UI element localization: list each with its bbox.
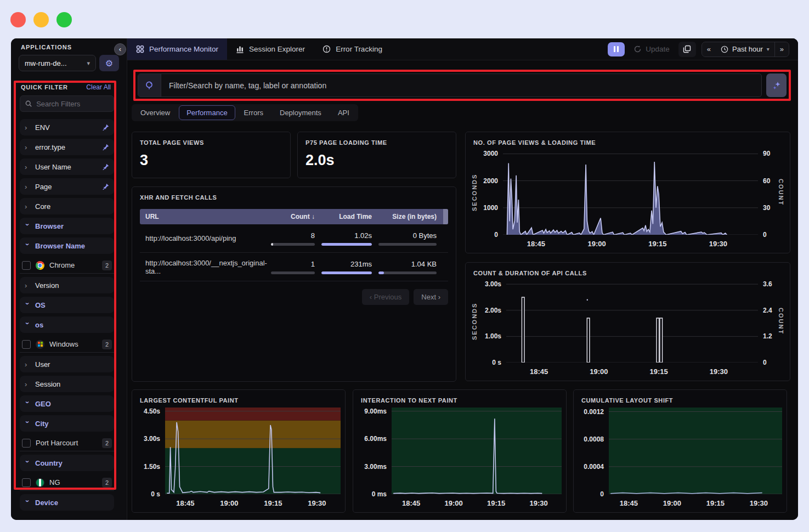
x-axis-ticks: 18:4519:0019:1519:30 bbox=[165, 494, 341, 509]
count-badge: 2 bbox=[102, 261, 112, 270]
filter-section-session[interactable]: ›Session bbox=[20, 376, 114, 392]
pin-icon[interactable] bbox=[102, 163, 109, 171]
cell-value: 0 Bytes bbox=[378, 231, 437, 240]
page-views-loading-time-chart: SECONDS01000200030000306090COUNT18:4519:… bbox=[470, 150, 785, 250]
refresh-icon bbox=[633, 45, 642, 53]
filter-section-browser[interactable]: ›Browser bbox=[20, 218, 114, 234]
subtab-errors[interactable]: Errors bbox=[236, 105, 271, 120]
filter-section-os[interactable]: ›OS bbox=[20, 297, 114, 313]
sidebar: APPLICATIONS ‹ mw-rum-de... ▾ ⚙ QUICK FI… bbox=[11, 38, 127, 520]
copy-icon bbox=[683, 45, 691, 53]
cell-value: 1 bbox=[271, 260, 315, 268]
filter-section-city[interactable]: ›City bbox=[20, 415, 114, 432]
filter-option-port-harcourt[interactable]: Port Harcourt2 bbox=[20, 435, 114, 451]
tab-error-tracking[interactable]: Error Tracking bbox=[314, 38, 391, 60]
y-axis-ticks: 0 s1.50s3.00s4.50s bbox=[137, 408, 165, 494]
applications-label: APPLICATIONS bbox=[21, 44, 72, 50]
y-axis-ticks: 0 s1.00s2.00s3.00s bbox=[479, 280, 506, 363]
filter-label: error.type bbox=[35, 143, 97, 151]
pin-icon[interactable] bbox=[102, 144, 109, 151]
filter-section-device[interactable]: ›Device bbox=[20, 494, 114, 511]
filter-section-user[interactable]: ›User bbox=[20, 356, 114, 372]
column-header-count[interactable]: Count ↓ bbox=[271, 213, 321, 220]
close-window-button[interactable] bbox=[10, 12, 26, 27]
gear-icon: ⚙ bbox=[105, 58, 113, 69]
next-page-button[interactable]: Next › bbox=[414, 289, 448, 305]
clear-all-filters-link[interactable]: Clear All bbox=[86, 83, 111, 91]
count-badge: 2 bbox=[102, 438, 112, 448]
time-shift-back-button[interactable]: « bbox=[702, 42, 716, 56]
subtab-performance[interactable]: Performance bbox=[179, 105, 235, 120]
time-range-selector[interactable]: Past hour ▾ bbox=[716, 42, 774, 56]
previous-page-button[interactable]: ‹ Previous bbox=[362, 289, 410, 305]
cell-value: 1.02s bbox=[321, 231, 372, 240]
time-range-value: Past hour bbox=[732, 45, 763, 53]
application-selector[interactable]: mw-rum-de... ▾ bbox=[19, 55, 96, 71]
filter-label: Session bbox=[35, 380, 109, 388]
chevron-down-icon: › bbox=[24, 223, 32, 229]
column-header-load-time[interactable]: Load Time bbox=[321, 213, 378, 220]
filter-search-box[interactable] bbox=[20, 95, 114, 112]
filter-label: OS bbox=[35, 301, 109, 309]
cell-url: http://localhost:3000/__nextjs_original-… bbox=[140, 259, 271, 275]
tab-performance-monitor[interactable]: Performance Monitor bbox=[127, 38, 227, 60]
y-axis-ticks: 0 ms3.00ms6.00ms9.00ms bbox=[358, 408, 392, 494]
xhr-table-row[interactable]: http://localhost:3000/__nextjs_original-… bbox=[140, 253, 448, 281]
filter-section-geo[interactable]: ›GEO bbox=[20, 395, 114, 412]
subtab-api[interactable]: API bbox=[330, 105, 357, 120]
pause-live-button[interactable] bbox=[608, 42, 625, 56]
filter-section-browser-name[interactable]: ›Browser Name bbox=[20, 237, 114, 254]
checkbox[interactable] bbox=[22, 340, 31, 349]
pin-icon[interactable] bbox=[102, 124, 109, 131]
filter-section-core[interactable]: ›Core bbox=[20, 198, 114, 214]
xhr-table-row[interactable]: http://localhost:3000/api/ping81.02s0 By… bbox=[140, 224, 448, 253]
table-scrollbar[interactable] bbox=[443, 209, 448, 224]
sidebar-collapse-button[interactable]: ‹ bbox=[114, 43, 126, 55]
column-header-size[interactable]: Size (in bytes) bbox=[378, 213, 443, 220]
copy-button[interactable] bbox=[678, 42, 696, 57]
zoom-window-button[interactable] bbox=[56, 12, 72, 27]
filter-label: Device bbox=[35, 499, 109, 507]
chart-card-inp: INTERACTION TO NEXT PAINT 0 ms3.00ms6.00… bbox=[353, 389, 567, 513]
chevron-down-icon: › bbox=[24, 460, 32, 466]
filter-section-page[interactable]: ›Page bbox=[20, 178, 114, 195]
ai-search-button[interactable] bbox=[766, 73, 787, 97]
x-axis-ticks: 18:4519:0019:1519:30 bbox=[392, 494, 562, 509]
checkbox[interactable] bbox=[22, 261, 31, 270]
column-header-url[interactable]: URL bbox=[140, 213, 271, 220]
value-bar bbox=[378, 271, 437, 274]
pin-icon[interactable] bbox=[102, 183, 109, 190]
time-shift-forward-button[interactable]: » bbox=[775, 42, 789, 56]
filter-section-user-name[interactable]: ›User Name bbox=[20, 159, 114, 175]
update-button[interactable]: Update bbox=[630, 43, 673, 55]
filter-section-country[interactable]: ›Country bbox=[20, 455, 114, 471]
checkbox[interactable] bbox=[22, 439, 31, 448]
minimize-window-button[interactable] bbox=[33, 12, 49, 27]
app-settings-button[interactable]: ⚙ bbox=[99, 55, 119, 71]
filter-option-ng[interactable]: NG2 bbox=[20, 474, 114, 491]
chevron-down-icon: › bbox=[24, 421, 32, 426]
filter-search-input[interactable] bbox=[36, 100, 109, 108]
bar-chart-icon bbox=[236, 45, 244, 53]
filter-section-error-type[interactable]: ›error.type bbox=[20, 139, 114, 155]
filter-option-chrome[interactable]: Chrome2 bbox=[20, 257, 114, 274]
chevron-right-icon: › bbox=[25, 281, 30, 290]
chevron-right-icon: › bbox=[25, 123, 30, 132]
subtab-overview[interactable]: Overview bbox=[133, 105, 178, 120]
global-search-input[interactable] bbox=[161, 81, 761, 90]
chevron-right-icon: › bbox=[25, 360, 30, 369]
cls-chart: 00.00040.00080.001218:4519:0019:1519:30 bbox=[578, 408, 782, 509]
checkbox[interactable] bbox=[22, 478, 31, 487]
filter-label: Country bbox=[35, 459, 109, 467]
filter-label: City bbox=[35, 420, 109, 428]
subtab-deployments[interactable]: Deployments bbox=[272, 105, 329, 120]
filter-option-windows[interactable]: Windows2 bbox=[20, 336, 114, 353]
filter-section-env[interactable]: ›ENV bbox=[20, 119, 114, 135]
filter-section-version[interactable]: ›Version bbox=[20, 277, 114, 293]
stat-card-p75-loading-time: P75 PAGE LOADING TIME 2.0s bbox=[297, 132, 456, 178]
tab-label: Error Tracking bbox=[336, 45, 382, 53]
tab-session-explorer[interactable]: Session Explorer bbox=[227, 38, 314, 60]
chevron-right-icon: › bbox=[25, 163, 30, 171]
filter-section-os[interactable]: ›os bbox=[20, 316, 114, 333]
global-search-bar[interactable] bbox=[138, 73, 762, 97]
